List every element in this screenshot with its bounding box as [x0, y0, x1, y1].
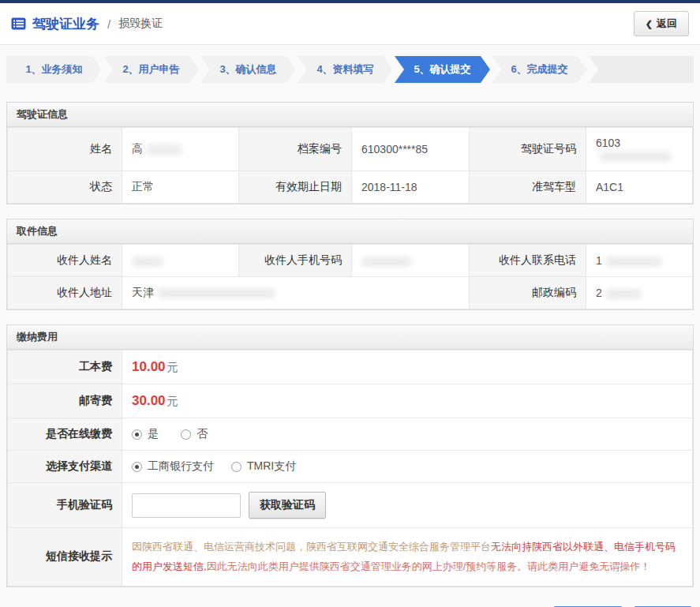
back-chevron-icon: ❮	[646, 19, 653, 29]
step-3-confirm-info: 3、确认信息	[200, 56, 296, 83]
work-fee-unit: 元	[167, 361, 178, 373]
page-subtitle: 损毁换证	[118, 17, 163, 31]
name-text: 高	[132, 142, 143, 155]
table-row: 工本费 10.00元	[8, 350, 693, 384]
captcha-cell: 获取验证码	[122, 483, 693, 528]
step-1-business-notice: 1、业务须知	[6, 56, 102, 83]
radio-icbc-label: 工商银行支付	[148, 459, 214, 474]
step-4-fill-data: 4、资料填写	[298, 56, 393, 83]
recipient-address-label: 收件人地址	[8, 277, 122, 309]
table-row: 状态 正常 有效期止日期 2018-11-18 准驾车型 A1C1	[8, 171, 693, 204]
payment-section: 缴纳费用 工本费 10.00元 邮寄费 30.00元 是否在线缴费	[6, 324, 694, 587]
vehicle-type-label: 准驾车型	[470, 171, 586, 204]
table-row: 选择支付渠道 工商银行支付 TMRI支付	[8, 451, 693, 483]
breadcrumb-separator: /	[107, 17, 110, 31]
notice-segment-3: 因此无法向此类用户提供陕西省交通管理业务的网上办理/预约等服务。请此类用户避免无…	[207, 560, 651, 572]
radio-online-yes[interactable]: 是	[132, 427, 159, 441]
radio-unselected-icon	[231, 462, 241, 472]
captcha-label: 手机验证码	[8, 483, 122, 528]
payment-section-title: 缴纳费用	[7, 325, 693, 350]
radio-online-no[interactable]: 否	[181, 427, 208, 441]
postcode-value: 2	[586, 277, 693, 309]
pickup-section-title: 取件信息	[7, 219, 693, 244]
recipient-name-label: 收件人姓名	[8, 245, 122, 277]
step-2-user-declaration: 2、用户申告	[103, 56, 199, 83]
recipient-phone-label: 收件人联系电话	[470, 245, 586, 277]
recipient-mobile-value	[352, 245, 470, 277]
step-6-complete-submit: 6、完成提交	[492, 56, 587, 83]
payment-table: 工本费 10.00元 邮寄费 30.00元 是否在线缴费 是	[7, 350, 693, 586]
radio-selected-icon	[132, 429, 142, 440]
back-button-label: 返回	[657, 17, 677, 31]
page-title: 驾驶证业务	[32, 15, 99, 33]
post-fee-label: 邮寄费	[8, 384, 122, 418]
expiry-label: 有效期止日期	[239, 171, 352, 204]
page-header: 驾驶证业务 / 损毁换证 ❮ 返回	[0, 3, 700, 45]
payment-channel-label: 选择支付渠道	[8, 451, 122, 483]
postcode-text: 2	[596, 287, 602, 299]
work-fee-amount: 10.00	[132, 359, 166, 374]
radio-unselected-icon	[181, 429, 191, 440]
redacted-value	[132, 257, 163, 267]
breadcrumb: 驾驶证业务 / 损毁换证	[11, 15, 163, 33]
name-label: 姓名	[8, 128, 122, 171]
table-row: 是否在线缴费 是 否	[8, 418, 693, 451]
wizard-stepper: 1、业务须知 2、用户申告 3、确认信息 4、资料填写 5、确认提交 6、完成提…	[6, 56, 694, 83]
table-row: 收件人地址 天津 邮政编码 2	[8, 277, 693, 309]
radio-selected-icon	[132, 462, 142, 472]
footer-actions: 上一步 完成	[6, 601, 694, 607]
recipient-mobile-label: 收件人手机号码	[239, 245, 352, 277]
table-row: 姓名 高 档案编号 610300****85 驾驶证号码 6103	[8, 128, 693, 171]
license-section-title: 驾驶证信息	[7, 103, 693, 127]
radio-tmri-label: TMRI支付	[247, 459, 296, 474]
post-fee-unit: 元	[167, 395, 178, 407]
payment-channel-options: 工商银行支付 TMRI支付	[122, 451, 693, 483]
postcode-label: 邮政编码	[470, 277, 586, 309]
status-value: 正常	[122, 171, 239, 204]
license-no-value: 6103	[586, 128, 693, 171]
recipient-address-text: 天津	[132, 286, 154, 298]
recipient-name-value	[122, 245, 239, 277]
status-label: 状态	[8, 171, 122, 204]
table-row: 收件人姓名 收件人手机号码 收件人联系电话 1	[8, 245, 693, 277]
step-5-confirm-submit-active: 5、确认提交	[395, 56, 490, 83]
radio-channel-tmri[interactable]: TMRI支付	[231, 459, 296, 474]
table-row: 手机验证码 获取验证码	[8, 483, 693, 528]
redacted-value	[605, 257, 662, 267]
recipient-phone-value: 1	[586, 245, 693, 277]
radio-yes-label: 是	[148, 427, 159, 441]
sms-notice-text: 因陕西省联通、电信运营商技术问题，陕西省互联网交通安全综合服务管理平台无法向持陕…	[132, 537, 683, 577]
recipient-address-value: 天津	[122, 277, 470, 309]
work-fee-value: 10.00元	[122, 350, 693, 384]
captcha-input[interactable]	[132, 493, 241, 518]
online-payment-options: 是 否	[122, 418, 693, 451]
redacted-value	[157, 288, 275, 298]
sms-notice-label: 短信接收提示	[8, 528, 122, 586]
file-no-label: 档案编号	[239, 128, 352, 171]
get-captcha-button[interactable]: 获取验证码	[249, 492, 326, 519]
radio-channel-icbc[interactable]: 工商银行支付	[132, 459, 214, 474]
notice-segment-1: 因陕西省联通、电信运营商技术问题，陕西省互联网交通安全综合服务管理平台	[132, 541, 491, 553]
redacted-value	[146, 144, 182, 155]
stepper-filler	[589, 56, 694, 83]
pickup-info-table: 收件人姓名 收件人手机号码 收件人联系电话 1 收件人地址 天津 邮政编码	[7, 244, 693, 309]
expiry-value: 2018-11-18	[352, 171, 470, 204]
redacted-value	[605, 289, 642, 299]
back-button[interactable]: ❮ 返回	[634, 11, 689, 36]
license-info-table: 姓名 高 档案编号 610300****85 驾驶证号码 6103 状态 正常 …	[7, 127, 693, 204]
post-fee-value: 30.00元	[122, 384, 693, 418]
recipient-phone-text: 1	[596, 254, 602, 267]
file-no-value: 610300****85	[352, 128, 470, 171]
radio-no-label: 否	[197, 427, 208, 441]
table-row: 邮寄费 30.00元	[8, 384, 693, 418]
main-content: 1、业务须知 2、用户申告 3、确认信息 4、资料填写 5、确认提交 6、完成提…	[0, 45, 700, 607]
vehicle-type-value: A1C1	[586, 171, 693, 204]
pickup-info-section: 取件信息 收件人姓名 收件人手机号码 收件人联系电话 1 收件人地址	[6, 219, 694, 310]
sms-notice-cell: 因陕西省联通、电信运营商技术问题，陕西省互联网交通安全综合服务管理平台无法向持陕…	[122, 528, 693, 586]
redacted-value	[599, 152, 672, 162]
post-fee-amount: 30.00	[132, 393, 166, 408]
license-no-text: 6103	[596, 137, 620, 149]
license-no-label: 驾驶证号码	[470, 128, 586, 171]
license-info-section: 驾驶证信息 姓名 高 档案编号 610300****85 驾驶证号码 6103 …	[6, 102, 694, 204]
work-fee-label: 工本费	[8, 350, 122, 384]
